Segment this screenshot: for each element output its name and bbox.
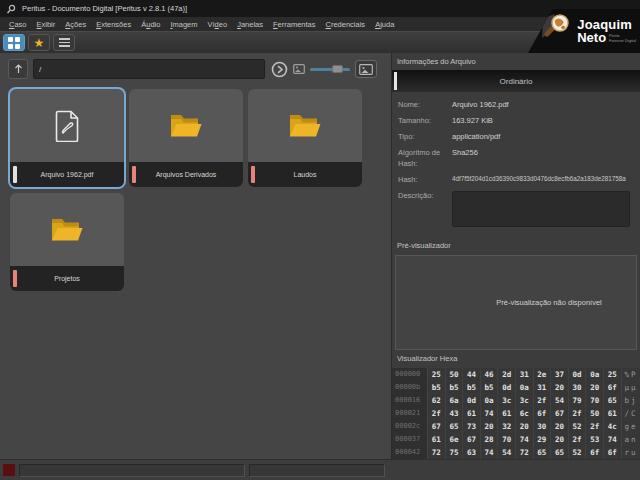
hex-byte: 74 <box>604 433 622 446</box>
hex-byte: 20 <box>481 420 499 433</box>
menu-audio[interactable]: Áudio <box>136 20 165 29</box>
hex-byte: 2f <box>569 433 587 446</box>
hash-algorithm-label: Algoritmo de Hash: <box>398 148 452 168</box>
hex-byte: 65 <box>446 420 464 433</box>
hex-row: 00002c6765732032203020522f4cge <box>392 420 640 433</box>
menu-caso[interactable]: Caso <box>4 20 32 29</box>
slider-handle[interactable] <box>332 65 343 73</box>
large-thumbnails-button[interactable] <box>355 60 377 78</box>
field-size: Tamanho: 163.927 KiB <box>398 116 636 126</box>
hex-byte: 2f <box>586 420 604 433</box>
hash-value: 4df7f5f204d1cd36390c9833d0476dc8ecfb6a2a… <box>452 175 636 185</box>
file-tile[interactable]: Arquivo 1962.pdf <box>10 89 124 187</box>
hash-label: Hash: <box>398 175 452 185</box>
hex-byte: b5 <box>428 381 446 394</box>
name-label: Nome: <box>398 100 452 110</box>
field-name: Nome: Arquivo 1962.pdf <box>398 100 636 110</box>
hex-byte: 74 <box>481 407 499 420</box>
hex-byte: 20 <box>586 381 604 394</box>
hex-byte: 79 <box>569 394 587 407</box>
hex-byte: 20 <box>551 433 569 446</box>
hex-ascii: %P <box>625 368 638 381</box>
hex-byte: 0a <box>516 381 534 394</box>
folder-icon <box>287 112 323 139</box>
arrow-up-icon <box>14 64 23 74</box>
menu-ajuda[interactable]: Ajuda <box>370 20 399 29</box>
hash-algorithm-value: Sha256 <box>452 148 478 168</box>
grid-view-button[interactable] <box>3 34 25 51</box>
menu-imagem[interactable]: Imagem <box>165 20 202 29</box>
description-textarea[interactable] <box>452 191 630 227</box>
file-tile-grid: Arquivo 1962.pdf Arquivos Derivados <box>0 85 391 459</box>
menu-extensoes[interactable]: Extensões <box>91 20 136 29</box>
field-hash: Hash: 4df7f5f204d1cd36390c9833d0476dc8ec… <box>398 175 636 185</box>
file-tile[interactable]: Laudos <box>248 89 362 187</box>
hex-byte: 0d <box>569 368 587 381</box>
menu-ferramentas[interactable]: Ferramentas <box>268 20 321 29</box>
hex-byte: 30 <box>569 381 587 394</box>
menu-credenciais[interactable]: Credenciais <box>321 20 371 29</box>
main-area: Arquivo 1962.pdf Arquivos Derivados <box>0 53 640 459</box>
hex-offset: 000016 <box>392 394 428 407</box>
hex-byte: 54 <box>498 446 516 459</box>
menu-exibir[interactable]: Exibir <box>32 20 61 29</box>
hex-viewer-section-title: Visualizador Hexa <box>392 350 640 367</box>
list-view-button[interactable] <box>53 34 75 51</box>
star-icon: ★ <box>34 37 45 49</box>
hex-byte: 20 <box>551 381 569 394</box>
menu-janelas[interactable]: Janelas <box>232 20 268 29</box>
hex-row: 000037616e6728707429202f5374an <box>392 433 640 446</box>
menu-video[interactable]: Vídeo <box>203 20 233 29</box>
hex-byte: 72 <box>516 446 534 459</box>
hex-byte: 75 <box>446 446 464 459</box>
classification-bar[interactable]: Ordinário <box>392 70 640 92</box>
field-type: Tipo: application/pdf <box>398 132 636 142</box>
tag-color-bar <box>251 166 255 183</box>
favorites-button[interactable]: ★ <box>28 34 50 51</box>
hex-byte: 61 <box>463 407 481 420</box>
up-directory-button[interactable] <box>8 59 28 79</box>
go-button[interactable] <box>270 60 288 78</box>
type-label: Tipo: <box>398 132 452 142</box>
path-input[interactable] <box>33 59 265 79</box>
hex-byte: 65 <box>551 446 569 459</box>
hex-byte: 67 <box>551 407 569 420</box>
hex-viewer[interactable]: 000000255044462d312e370d0a25%P00000bb5b5… <box>392 368 640 459</box>
hex-byte: 37 <box>551 368 569 381</box>
hex-ascii: /C <box>625 407 638 420</box>
hex-byte: 2e <box>534 368 552 381</box>
hex-byte: 4c <box>604 420 622 433</box>
hex-byte: b5 <box>446 381 464 394</box>
hex-ascii: ge <box>625 420 638 433</box>
thumbnail-size-slider[interactable] <box>310 63 350 75</box>
classification-label: Ordinário <box>500 77 533 86</box>
file-tile[interactable]: Arquivos Derivados <box>129 89 243 187</box>
file-name-label: Arquivos Derivados <box>156 171 217 178</box>
size-label: Tamanho: <box>398 116 452 126</box>
hex-byte: 50 <box>446 368 464 381</box>
hex-row: 00000bb5b5b5b50d0a312030206fµµ <box>392 381 640 394</box>
pdf-file-icon <box>54 110 81 142</box>
hex-byte: 67 <box>428 420 446 433</box>
hex-byte: 70 <box>498 433 516 446</box>
hex-byte: 3c <box>498 394 516 407</box>
menu-acoes[interactable]: Ações <box>60 20 91 29</box>
hex-byte: 6a <box>446 394 464 407</box>
file-tile[interactable]: Projetos <box>10 193 124 291</box>
hex-offset: 00002c <box>392 420 428 433</box>
hex-byte: 63 <box>463 446 481 459</box>
hex-offset: 000042 <box>392 446 428 459</box>
path-bar <box>0 53 391 85</box>
type-value: application/pdf <box>452 132 500 142</box>
image-large-icon <box>359 64 373 75</box>
hex-byte: 44 <box>463 368 481 381</box>
tag-color-bar <box>132 166 136 183</box>
status-indicator <box>3 464 15 476</box>
circle-arrow-icon <box>271 61 288 78</box>
hex-byte: 2f <box>428 407 446 420</box>
app-window: Peritus - Documento Digital [Peritus v 2… <box>0 0 640 480</box>
hex-byte: 6f <box>604 381 622 394</box>
hex-byte: 62 <box>428 394 446 407</box>
hex-byte: 50 <box>586 407 604 420</box>
hex-byte: 72 <box>428 446 446 459</box>
